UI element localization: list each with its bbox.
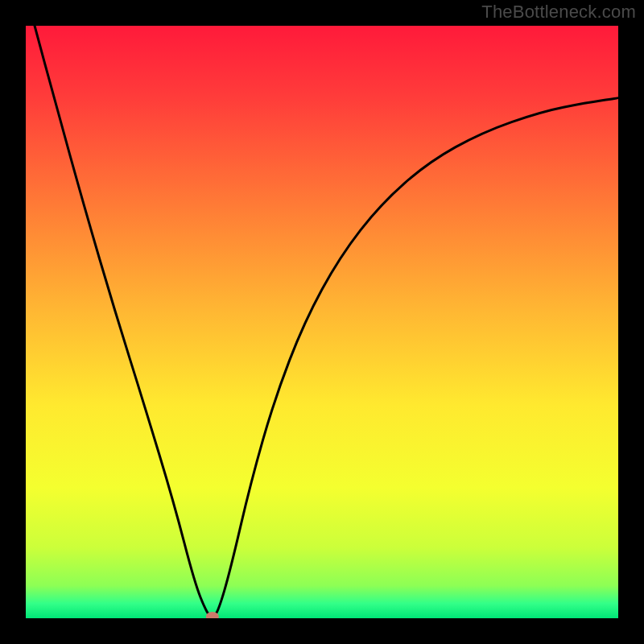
gradient-background	[26, 26, 618, 618]
chart-frame: TheBottleneck.com	[0, 0, 644, 644]
watermark: TheBottleneck.com	[481, 2, 636, 23]
bottleneck-plot	[26, 26, 618, 618]
plot-area	[26, 26, 618, 618]
